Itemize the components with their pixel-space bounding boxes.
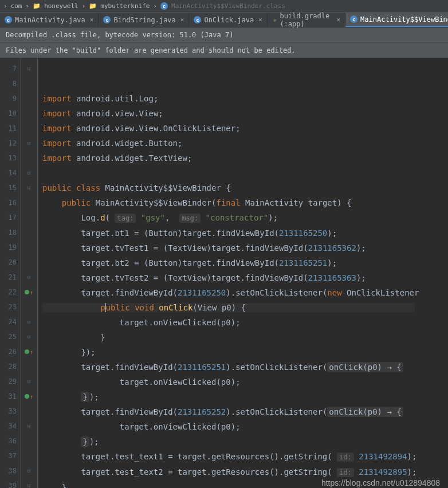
class-icon: c bbox=[194, 16, 201, 23]
fold-icon[interactable]: ⊟ bbox=[27, 274, 30, 280]
fold-icon[interactable]: ⊟ bbox=[27, 483, 30, 488]
crumb-2[interactable]: honeywell bbox=[44, 2, 78, 10]
tab-label: BindString.java bbox=[113, 16, 175, 24]
override-icon[interactable] bbox=[25, 290, 29, 294]
folder-icon: 📁 bbox=[89, 2, 97, 10]
watermark: https://blog.csdn.net/u012894808 bbox=[321, 478, 440, 487]
close-icon[interactable]: × bbox=[336, 16, 340, 23]
fold-icon[interactable]: ⊟ bbox=[27, 170, 30, 176]
fold-icon[interactable]: ⊟ bbox=[27, 319, 30, 325]
up-arrow-icon: ↑ bbox=[30, 349, 33, 355]
tab-gradle-app[interactable]: ⟐build.gradle (:app)× bbox=[268, 13, 345, 27]
tab-label: build.gradle (:app) bbox=[280, 12, 332, 28]
fold-icon[interactable]: ⊟ bbox=[27, 468, 30, 474]
fold-icon[interactable]: ⊟ bbox=[27, 334, 30, 340]
fold-icon[interactable]: ⊟ bbox=[27, 423, 30, 429]
crumb-1[interactable]: com bbox=[11, 2, 22, 10]
tab-label: MainActivity$$ViewBinder.class bbox=[360, 15, 448, 23]
gradle-icon: ⟐ bbox=[272, 16, 277, 23]
tab-onclick[interactable]: cOnClick.java× bbox=[189, 13, 267, 27]
fold-icon[interactable]: ⊟ bbox=[27, 140, 30, 146]
code-area[interactable]: import android.util.Log; import android.… bbox=[38, 58, 419, 488]
fold-icon[interactable]: ⊟ bbox=[27, 379, 30, 384]
editor-tabs: cMainActivity.java× cBindString.java× cO… bbox=[0, 13, 448, 27]
tab-bindstring[interactable]: cBindString.java× bbox=[99, 13, 189, 27]
crumb-4[interactable]: MainActivity$$ViewBinder.class bbox=[171, 2, 285, 10]
close-icon[interactable]: × bbox=[180, 16, 184, 23]
line-gutter: 7891011121314151617181920212223242526282… bbox=[0, 58, 21, 488]
tab-viewbinder[interactable]: cMainActivity$$ViewBinder.class× bbox=[345, 13, 448, 27]
tab-mainactivity[interactable]: cMainActivity.java× bbox=[0, 13, 99, 27]
tab-label: OnClick.java bbox=[204, 16, 254, 24]
fold-icon[interactable]: ⊟ bbox=[27, 185, 30, 191]
build-folder-banner: Files under the "build" folder are gener… bbox=[0, 43, 448, 58]
code-editor[interactable]: 7891011121314151617181920212223242526282… bbox=[0, 58, 448, 488]
override-icon[interactable] bbox=[25, 349, 29, 354]
close-icon[interactable]: × bbox=[90, 16, 94, 23]
class-icon: c bbox=[160, 2, 168, 10]
override-icon[interactable] bbox=[25, 394, 29, 399]
folder-icon: 📁 bbox=[33, 2, 41, 10]
up-arrow-icon: ↑ bbox=[30, 289, 33, 296]
class-icon: c bbox=[350, 15, 357, 23]
close-icon[interactable]: × bbox=[258, 16, 262, 23]
crumb-3[interactable]: mybutterknife bbox=[100, 2, 150, 10]
tab-label: MainActivity.java bbox=[15, 16, 85, 24]
folder-icon: › bbox=[3, 2, 7, 10]
breadcrumb: › com ›📁 honeywell ›📁 mybutterknife ›c M… bbox=[0, 0, 448, 13]
class-icon: c bbox=[5, 16, 12, 23]
fold-icon[interactable]: ⊟ bbox=[27, 66, 30, 72]
decompile-banner: Decompiled .class file, bytecode version… bbox=[0, 27, 448, 43]
class-icon: c bbox=[103, 16, 111, 23]
marker-gutter: ⊟ ⊟ ⊟ ⊟ ⊟ ↑ ⊟ ⊟ ↑ ⊟ ↑ ⊟ ⊟ ⊟ bbox=[21, 58, 38, 488]
up-arrow-icon: ↑ bbox=[30, 393, 33, 400]
